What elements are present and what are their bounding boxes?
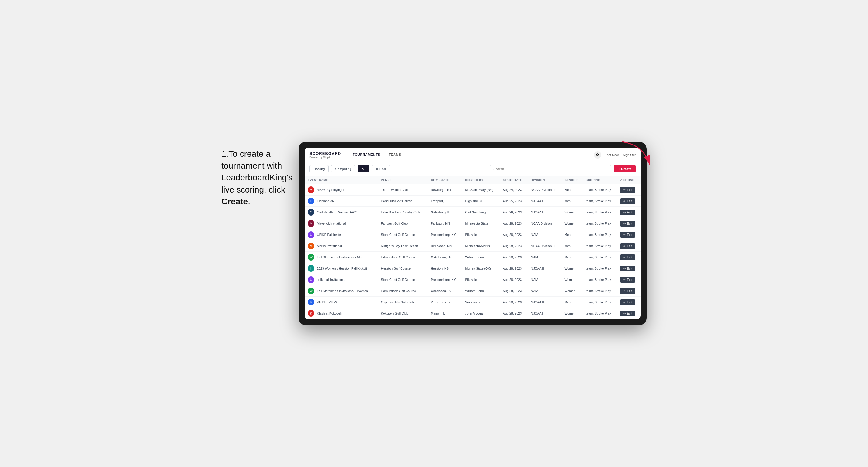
event-logo: W bbox=[308, 254, 314, 260]
cell-hosted-by: Minnesota State bbox=[462, 218, 500, 229]
cell-city-state: Prestonsburg, KY bbox=[428, 229, 462, 241]
edit-button[interactable]: ✏ Edit bbox=[620, 243, 635, 249]
table-header: EVENT NAME VENUE CITY, STATE HOSTED BY S… bbox=[305, 176, 641, 184]
cell-event-name: C Carl Sandburg Women FA23 bbox=[305, 207, 378, 218]
col-venue: VENUE bbox=[378, 176, 428, 184]
cell-venue: Park Hills Golf Course bbox=[378, 195, 428, 207]
edit-icon: ✏ bbox=[623, 289, 626, 293]
edit-icon: ✏ bbox=[623, 244, 626, 248]
annotation-text: 1.To create a tournament with Leaderboar… bbox=[221, 142, 292, 207]
cell-event-name: K Klash at Kokopelli bbox=[305, 308, 378, 319]
cell-scoring: team, Stroke Play bbox=[583, 297, 617, 308]
cell-venue: Edmundson Golf Course bbox=[378, 252, 428, 263]
table-row: M Morris Invitational Ruttger's Bay Lake… bbox=[305, 241, 641, 252]
cell-scoring: team, Stroke Play bbox=[583, 184, 617, 195]
edit-button[interactable]: ✏ Edit bbox=[620, 232, 635, 238]
cell-city-state: Newburgh, NY bbox=[428, 184, 462, 195]
cell-actions: ✏ Edit bbox=[617, 241, 641, 252]
edit-button[interactable]: ✏ Edit bbox=[620, 187, 635, 193]
edit-button[interactable]: ✏ Edit bbox=[620, 266, 635, 272]
edit-button[interactable]: ✏ Edit bbox=[620, 254, 635, 260]
cell-start-date: Aug 28, 2023 bbox=[500, 285, 528, 297]
cell-hosted-by: Carl Sandburg bbox=[462, 207, 500, 218]
cell-start-date: Aug 28, 2023 bbox=[500, 274, 528, 285]
cell-actions: ✏ Edit bbox=[617, 218, 641, 229]
logo-title: SCOREBOARD bbox=[309, 151, 341, 156]
cell-scoring: team, Stroke Play bbox=[583, 207, 617, 218]
edit-icon: ✏ bbox=[623, 233, 626, 237]
cell-division: NAIA bbox=[528, 252, 561, 263]
toolbar: Hosting Competing All ≡ Filter + Create bbox=[305, 162, 641, 176]
cell-venue: Faribault Golf Club bbox=[378, 218, 428, 229]
search-input[interactable] bbox=[490, 165, 611, 173]
edit-button[interactable]: ✏ Edit bbox=[620, 288, 635, 294]
cell-gender: Women bbox=[561, 274, 583, 285]
cell-event-name: H Highland 36 bbox=[305, 195, 378, 207]
cell-city-state: Vincennes, IN bbox=[428, 297, 462, 308]
cell-venue: Hesston Golf Course bbox=[378, 263, 428, 274]
table-row: W Fall Statesmen Invitational - Women Ed… bbox=[305, 285, 641, 297]
event-logo: M bbox=[308, 220, 314, 227]
cell-gender: Men bbox=[561, 229, 583, 241]
tab-competing[interactable]: Competing bbox=[331, 165, 355, 173]
edit-button[interactable]: ✏ Edit bbox=[620, 198, 635, 204]
cell-gender: Men bbox=[561, 241, 583, 252]
create-button[interactable]: + Create bbox=[614, 165, 636, 173]
edit-button[interactable]: ✏ Edit bbox=[620, 210, 635, 215]
logo-area: SCOREBOARD Powered by Clippit bbox=[309, 151, 341, 158]
tablet-container: SCOREBOARD Powered by Clippit TOURNAMENT… bbox=[299, 142, 647, 325]
event-logo: H bbox=[308, 265, 314, 272]
cell-event-name: V VU PREVIEW bbox=[305, 297, 378, 308]
event-name-text: VU PREVIEW bbox=[317, 300, 337, 304]
logo-subtitle: Powered by Clippit bbox=[309, 156, 341, 158]
cell-city-state: Oskaloosa, IA bbox=[428, 252, 462, 263]
cell-venue: Kokopelli Golf Club bbox=[378, 308, 428, 319]
cell-start-date: Aug 28, 2023 bbox=[500, 308, 528, 319]
cell-city-state: Prestonsburg, KY bbox=[428, 274, 462, 285]
cell-gender: Women bbox=[561, 218, 583, 229]
tab-tournaments[interactable]: TOURNAMENTS bbox=[348, 150, 384, 159]
cell-division: NCAA Division III bbox=[528, 184, 561, 195]
cell-scoring: team, Stroke Play bbox=[583, 218, 617, 229]
cell-venue: StoneCrest Golf Course bbox=[378, 274, 428, 285]
edit-button[interactable]: ✏ Edit bbox=[620, 221, 635, 226]
cell-city-state: Hesston, KS bbox=[428, 263, 462, 274]
cell-actions: ✏ Edit bbox=[617, 195, 641, 207]
cell-city-state: Oskaloosa, IA bbox=[428, 285, 462, 297]
cell-hosted-by: Murray State (OK) bbox=[462, 263, 500, 274]
table-row: U UPIKE Fall Invite StoneCrest Golf Cour… bbox=[305, 229, 641, 241]
cell-hosted-by: Minnesota-Morris bbox=[462, 241, 500, 252]
cell-city-state: Galesburg, IL bbox=[428, 207, 462, 218]
table-row: W Fall Statesmen Invitational - Men Edmu… bbox=[305, 252, 641, 263]
header-sign[interactable]: Sign Out bbox=[623, 153, 636, 157]
tablet-screen: SCOREBOARD Powered by Clippit TOURNAMENT… bbox=[305, 148, 641, 319]
settings-icon-button[interactable]: ⚙ bbox=[594, 151, 601, 158]
cell-hosted-by: John A Logan bbox=[462, 308, 500, 319]
cell-gender: Women bbox=[561, 207, 583, 218]
cell-hosted-by: William Penn bbox=[462, 285, 500, 297]
tab-all[interactable]: All bbox=[358, 165, 369, 173]
cell-venue: Ruttger's Bay Lake Resort bbox=[378, 241, 428, 252]
header-user: Test User bbox=[605, 153, 619, 157]
cell-start-date: Aug 28, 2023 bbox=[500, 297, 528, 308]
cell-venue: Cypress Hills Golf Club bbox=[378, 297, 428, 308]
cell-division: NJCAA II bbox=[528, 297, 561, 308]
event-logo: M bbox=[308, 243, 314, 249]
event-logo: U bbox=[308, 276, 314, 283]
tab-teams[interactable]: TEAMS bbox=[384, 150, 405, 159]
cell-gender: Women bbox=[561, 263, 583, 274]
cell-division: NJCAA I bbox=[528, 207, 561, 218]
tab-hosting[interactable]: Hosting bbox=[309, 165, 329, 173]
cell-event-name: M MSMC Qualifying 1 bbox=[305, 184, 378, 195]
annotation-cta: Create bbox=[221, 197, 248, 206]
cell-hosted-by: Mt. Saint Mary (NY) bbox=[462, 184, 500, 195]
edit-button[interactable]: ✏ Edit bbox=[620, 311, 635, 316]
cell-gender: Men bbox=[561, 195, 583, 207]
col-start-date: START DATE bbox=[500, 176, 528, 184]
edit-button[interactable]: ✏ Edit bbox=[620, 300, 635, 305]
event-logo: W bbox=[308, 287, 314, 294]
edit-button[interactable]: ✏ Edit bbox=[620, 277, 635, 283]
table-row: V VU PREVIEW Cypress Hills Golf Club Vin… bbox=[305, 297, 641, 308]
page-wrapper: 1.To create a tournament with Leaderboar… bbox=[221, 142, 647, 325]
filter-button[interactable]: ≡ Filter bbox=[372, 165, 390, 173]
